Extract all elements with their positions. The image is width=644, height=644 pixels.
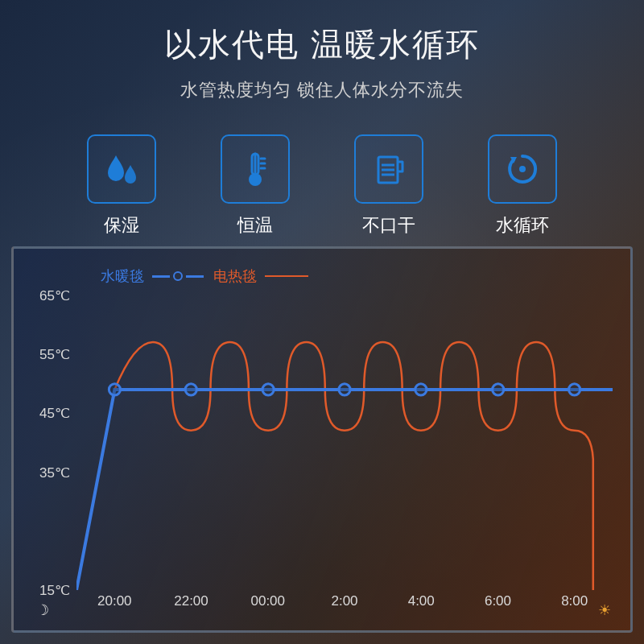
x-axis-labels: 20:00 22:00 00:00 2:00 4:00 6:00 8:00	[76, 593, 613, 617]
x-tick: 4:00	[408, 593, 435, 609]
x-tick: 6:00	[485, 593, 511, 609]
legend-electric-blanket: 电热毯	[213, 266, 308, 286]
svg-point-11	[109, 384, 120, 395]
x-tick: 22:00	[174, 593, 208, 609]
x-tick: 00:00	[250, 593, 285, 609]
x-tick: 8:00	[561, 593, 588, 609]
legend-label: 电热毯	[213, 266, 257, 286]
page-title: 以水代电 温暖水循环	[0, 0, 644, 67]
legend-swatch-orange	[265, 275, 308, 278]
water-drops-icon	[87, 134, 156, 204]
svg-point-14	[339, 384, 350, 395]
svg-point-17	[569, 384, 580, 395]
feature-water-cycle: 水循环	[475, 134, 570, 237]
y-tick: 35℃	[39, 464, 70, 481]
x-tick: 2:00	[331, 593, 357, 609]
series-water-blanket	[76, 390, 613, 590]
legend-label: 水暖毯	[101, 266, 144, 286]
series-electric-blanket	[76, 342, 593, 590]
y-axis-labels: 65℃ 55℃ 45℃ 35℃ 15℃	[25, 295, 73, 590]
x-tick: 20:00	[97, 593, 132, 609]
page-subtitle: 水管热度均匀 锁住人体水分不流失	[0, 78, 644, 102]
feature-label: 恒温	[237, 213, 273, 237]
svg-point-16	[493, 384, 504, 395]
temperature-chart: 水暖毯 电热毯 65℃ 55℃ 45℃ 35℃ 15℃	[11, 246, 633, 633]
y-tick: 65℃	[39, 287, 70, 304]
moon-icon: ☽	[36, 601, 49, 619]
legend-swatch-blue	[152, 271, 204, 281]
sun-icon: ☀	[598, 601, 611, 619]
cycle-icon	[488, 134, 557, 204]
cup-icon	[354, 134, 423, 204]
plot-area	[76, 295, 613, 590]
y-tick: 15℃	[39, 582, 70, 599]
feature-moisturize: 保湿	[74, 134, 169, 237]
svg-point-13	[262, 384, 274, 395]
svg-point-10	[519, 166, 526, 172]
feature-label: 保湿	[104, 213, 139, 237]
svg-point-12	[185, 384, 196, 395]
legend-water-blanket: 水暖毯	[101, 266, 204, 286]
chart-legend: 水暖毯 电热毯	[101, 266, 616, 286]
thermometer-icon	[221, 134, 290, 204]
svg-point-15	[415, 384, 427, 395]
feature-no-dry: 不口干	[341, 134, 436, 237]
y-tick: 55℃	[39, 346, 70, 363]
feature-constant-temp: 恒温	[208, 134, 303, 237]
feature-label: 水循环	[496, 213, 549, 237]
feature-label: 不口干	[362, 213, 415, 237]
y-tick: 45℃	[39, 405, 70, 422]
feature-row: 保湿 恒温 不口干 水循环	[0, 134, 644, 237]
